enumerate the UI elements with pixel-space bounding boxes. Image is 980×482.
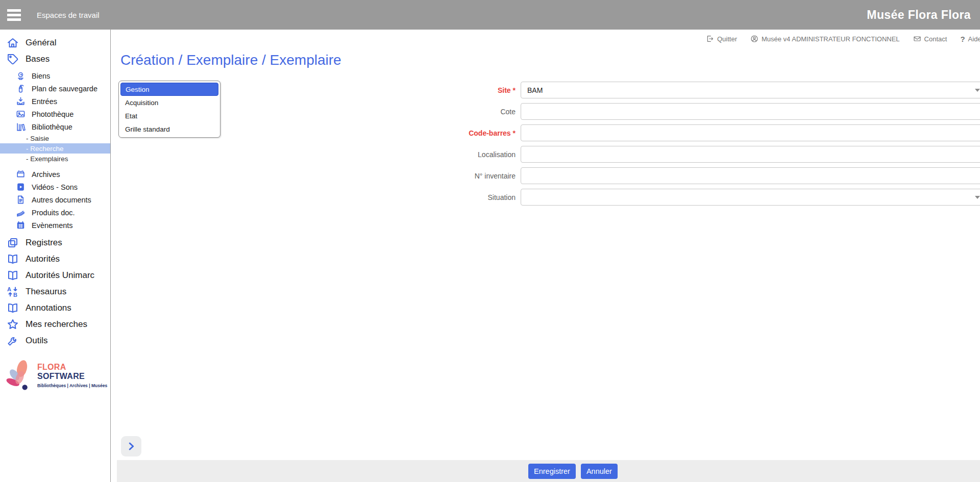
form-row-code-barres: Code-barres * (220, 124, 980, 141)
sidebar-item-label: Photothèque (32, 110, 74, 118)
localisation-input[interactable] (521, 146, 980, 163)
logo-tagline: Bibliothèques | Archives | Musées (37, 383, 110, 388)
site-select[interactable]: BAM (521, 82, 980, 98)
logout-icon (706, 35, 714, 43)
sidebar-item-exemplaires[interactable]: - Exemplaires (0, 154, 110, 164)
sidebar-item-thesaurus[interactable]: AB Thesaurus (0, 284, 110, 300)
sidebar-item-registres[interactable]: Registres (0, 235, 110, 251)
form-section-tabs: Gestion Acquisition Etat Grille standard (118, 81, 220, 138)
open-book-icon (7, 269, 19, 282)
sidebar-item-label: Biens (32, 72, 50, 80)
cote-input[interactable] (521, 103, 980, 120)
exemplaire-form: Site * BAM Cote (220, 81, 980, 210)
cancel-button[interactable]: Annuler (581, 464, 618, 479)
main-content: Quitter Musée v4 ADMINISTRATEUR FONCTION… (111, 30, 980, 482)
form-row-situation: Situation (220, 189, 980, 206)
sidebar-item-bibliotheque[interactable]: Bibliothèque (0, 120, 110, 133)
sidebar-item-saisie[interactable]: - Saisie (0, 133, 110, 143)
sidebar-item-autorites[interactable]: Autorités (0, 251, 110, 267)
form-row-inventaire: N° inventaire (220, 167, 980, 184)
fire-extinguisher-icon (16, 84, 26, 93)
sidebar-item-phototheque[interactable]: Photothèque (0, 108, 110, 120)
books-icon (16, 122, 26, 132)
sidebar-item-label: Entrées (32, 97, 57, 106)
sidebar-item-label: Annotations (26, 303, 71, 313)
sidebar-item-autorites-unimarc[interactable]: Autorités Unimarc (0, 267, 110, 284)
sidebar-item-mes-recherches[interactable]: Mes recherches (0, 316, 110, 333)
question-icon: ? (960, 35, 965, 43)
sidebar-item-annotations[interactable]: Annotations (0, 300, 110, 316)
sidebar-item-label: - Exemplaires (26, 155, 68, 163)
code-barres-label: Code-barres * (220, 129, 521, 137)
logo-brand-secondary: SOFTWARE (37, 372, 85, 380)
site-label: Site * (220, 86, 521, 94)
sidebar-item-label: Général (26, 38, 56, 48)
sidebar-nav: Général Bases Biens Plan de sauvegarde (0, 30, 111, 482)
tab-gestion[interactable]: Gestion (120, 83, 218, 96)
situation-label: Situation (220, 193, 521, 201)
image-icon (16, 109, 26, 119)
artifact-icon (16, 71, 26, 81)
chevron-down-icon (975, 89, 980, 92)
help-link[interactable]: ? Aide (960, 35, 980, 43)
sidebar-item-label: Produits doc. (32, 209, 75, 217)
sidebar-item-evenements[interactable]: Evènements (0, 219, 110, 232)
app-header: Espaces de travail Musée Flora Flora (0, 0, 980, 30)
sidebar-item-videos-sons[interactable]: Vidéos - Sons (0, 181, 110, 193)
tab-etat[interactable]: Etat (120, 109, 218, 122)
user-account-link[interactable]: Musée v4 ADMINISTRATEUR FONCTIONNEL (750, 35, 900, 43)
butterfly-logo-icon (2, 358, 36, 393)
sidebar-item-label: Archives (32, 170, 60, 179)
svg-text:B: B (13, 292, 17, 298)
sidebar-item-label: Bibliothèque (32, 123, 72, 131)
sidebar-item-label: Autres documents (32, 196, 91, 204)
save-button[interactable]: Enregistrer (528, 464, 576, 479)
hamburger-menu-icon[interactable] (7, 7, 24, 23)
archive-box-icon (16, 169, 26, 179)
inventaire-input[interactable] (521, 167, 980, 184)
sidebar-item-label: Mes recherches (26, 319, 87, 329)
sidebar-item-bases[interactable]: Bases (0, 51, 110, 67)
sidebar-item-autres-documents[interactable]: Autres documents (0, 193, 110, 206)
open-book-icon (7, 302, 19, 314)
user-icon (750, 35, 758, 43)
site-value: BAM (527, 86, 543, 94)
inventaire-label: N° inventaire (220, 172, 521, 180)
sidebar-item-label: Bases (26, 54, 50, 64)
tab-acquisition[interactable]: Acquisition (120, 96, 218, 109)
quit-link[interactable]: Quitter (706, 35, 737, 43)
mail-icon (913, 35, 921, 43)
sidebar-item-plan-sauvegarde[interactable]: Plan de sauvegarde (0, 82, 110, 95)
sidebar-item-archives[interactable]: Archives (0, 168, 110, 181)
expand-panel-button[interactable] (121, 436, 141, 456)
sidebar-item-general[interactable]: Général (0, 35, 110, 51)
localisation-label: Localisation (220, 150, 521, 159)
tag-icon (7, 53, 19, 65)
calendar-icon (16, 220, 26, 230)
registers-icon (7, 237, 19, 249)
form-row-cote: Cote (220, 103, 980, 120)
code-barres-input[interactable] (521, 124, 980, 141)
situation-select[interactable] (521, 189, 980, 206)
page-title: Création / Exemplaire / Exemplaire (120, 52, 980, 68)
user-label: Musée v4 ADMINISTRATEUR FONCTIONNEL (762, 35, 900, 43)
contact-link[interactable]: Contact (913, 35, 947, 43)
sidebar-item-entrees[interactable]: Entrées (0, 95, 110, 108)
workspaces-menu[interactable]: Espaces de travail (37, 11, 100, 19)
help-label: Aide (968, 35, 980, 43)
sidebar-item-label: Plan de sauvegarde (32, 85, 97, 93)
sidebar-item-outils[interactable]: Outils (0, 333, 110, 349)
sidebar-item-recherche[interactable]: - Recherche (0, 143, 110, 154)
video-file-icon (16, 182, 26, 192)
sidebar-item-label: Autorités (26, 254, 60, 264)
thesaurus-icon: AB (7, 286, 19, 298)
flora-software-logo: FLORA SOFTWARE Bibliothèques | Archives … (2, 358, 110, 393)
sidebar-item-label: Evènements (32, 221, 73, 230)
app-brand-title: Musée Flora Flora (867, 8, 971, 22)
tab-grille-standard[interactable]: Grille standard (120, 122, 218, 136)
chevron-down-icon (975, 196, 980, 199)
session-toolbar: Quitter Musée v4 ADMINISTRATEUR FONCTION… (111, 30, 980, 48)
home-icon (7, 37, 19, 49)
sidebar-item-biens[interactable]: Biens (0, 69, 110, 82)
sidebar-item-produits-doc[interactable]: Produits doc. (0, 206, 110, 219)
